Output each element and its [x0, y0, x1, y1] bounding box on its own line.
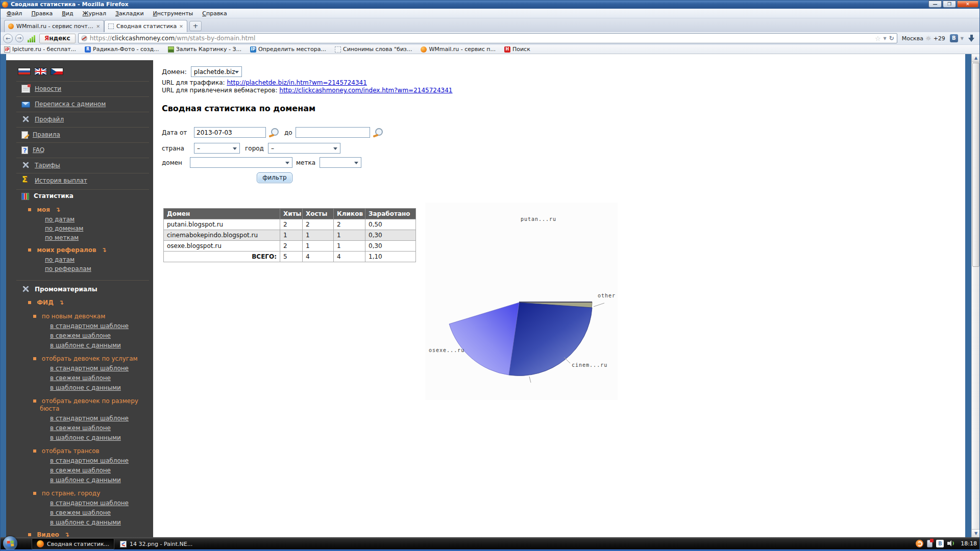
menu-item[interactable]: Справка [198, 9, 231, 18]
sidebar-item[interactable]: в свежем шаблоне [6, 466, 153, 475]
site-identity-icon[interactable] [81, 35, 87, 41]
start-button[interactable] [3, 536, 17, 550]
sidebar-item[interactable]: по датам [6, 256, 153, 265]
bookmark-item[interactable]: WMmail.ru - сервис п... [421, 46, 496, 53]
sidebar-item[interactable]: в шаблоне с данными [6, 475, 153, 485]
tray-vk-icon[interactable]: B [936, 540, 944, 547]
sidebar-item[interactable]: в стандартном шаблоне [6, 364, 153, 373]
sidebar-item[interactable]: по меткам [6, 234, 153, 243]
menu-item[interactable]: Журнал [78, 9, 111, 18]
url-bar[interactable]: https://clickcashmoney.com/wm/stats-by-d… [78, 33, 897, 43]
date-from-input[interactable] [194, 127, 266, 138]
sidebar-item[interactable]: в свежем шаблоне [6, 423, 153, 433]
bookmark-star-icon[interactable]: ☆ [875, 35, 881, 42]
czech-flag-icon[interactable] [51, 68, 63, 75]
bookmark-item[interactable]: R Радикал-Фото - созд... [85, 46, 159, 53]
sidebar-item[interactable]: в шаблоне с данными [6, 518, 153, 528]
yandex-search-button[interactable]: Яндекс [39, 34, 76, 43]
sidebar-item[interactable]: моих рефералов [6, 244, 153, 256]
uk-flag-icon[interactable] [34, 68, 47, 75]
sidebar-item[interactable]: в стандартном шаблоне [6, 456, 153, 466]
sidebar-item[interactable]: по стране, городу [6, 488, 153, 498]
calendar-icon[interactable] [269, 128, 279, 137]
sidebar-item[interactable]: по доменам [6, 224, 153, 234]
tag-select[interactable] [320, 157, 361, 168]
volume-icon[interactable] [947, 540, 955, 547]
sidebar-item[interactable]: отобрать девочек по размеру бюста [6, 396, 153, 414]
sidebar-item[interactable]: по датам [6, 215, 153, 224]
sidebar-item[interactable]: Профайл [6, 112, 153, 127]
reload-icon[interactable]: ↻ [889, 35, 894, 42]
table-header-cell[interactable]: Хосты [303, 209, 334, 219]
sidebar-item[interactable]: отобрать трансов [6, 446, 153, 456]
downloads-addon-icon[interactable] [28, 35, 35, 42]
sidebar-item[interactable]: в свежем шаблоне [6, 331, 153, 341]
forward-button[interactable]: → [15, 34, 23, 42]
scroll-down-icon[interactable]: ▼ [972, 529, 980, 537]
date-to-input[interactable] [296, 127, 370, 138]
download-arrow-icon[interactable] [968, 35, 975, 42]
sidebar-item[interactable]: Статистика [6, 189, 153, 203]
sidebar-item[interactable]: по рефералам [6, 265, 153, 274]
table-header-cell[interactable]: Заработано [365, 209, 416, 219]
menu-item[interactable]: Правка [27, 9, 57, 18]
sidebar-item[interactable]: История выплат [6, 173, 153, 188]
table-header-cell[interactable]: Кликов [334, 209, 365, 219]
bookmark-item[interactable]: IP Определить местора... [250, 46, 326, 53]
url-text[interactable]: https://clickcashmoney.com/wm/stats-by-d… [90, 35, 872, 42]
sidebar-item[interactable]: в шаблоне с данными [6, 383, 153, 393]
sidebar-item[interactable]: Тарифы [6, 158, 153, 173]
sidebar-item[interactable]: в шаблоне с данными [6, 433, 153, 443]
close-button[interactable]: ✕ [957, 1, 978, 8]
table-header-cell[interactable]: Хиты [280, 209, 303, 219]
bookmark-item[interactable]: H Поиск [504, 46, 530, 53]
traffic-url-link[interactable]: http://plachetde.biz/in.htm?wm=214572434… [227, 79, 367, 86]
scroll-up-icon[interactable]: ▲ [972, 54, 980, 62]
sidebar-item[interactable]: в свежем шаблоне [6, 508, 153, 518]
minimize-button[interactable]: — [928, 1, 942, 8]
russia-flag-icon[interactable] [18, 68, 31, 75]
menu-item[interactable]: Файл [2, 9, 27, 18]
bookmark-item[interactable]: Синонимы слова "биз... [335, 46, 412, 53]
sidebar-item[interactable]: по новым девочкам [6, 311, 153, 321]
sidebar-item[interactable]: отобрать девочек по услугам [6, 354, 153, 364]
scrollbar-thumb[interactable] [972, 63, 979, 267]
taskbar-task[interactable]: Сводная статистик... [32, 538, 114, 549]
country-select[interactable]: – [194, 143, 240, 154]
bookmark-item[interactable]: Залить Картинку - З... [168, 46, 241, 53]
bookmark-item[interactable]: iP Ipicture.ru - бесплат... [4, 46, 76, 53]
sidebar-item[interactable]: в стандартном шаблоне [6, 321, 153, 331]
weather-widget[interactable]: Москва ☼ +29 [902, 35, 945, 42]
menu-item[interactable]: Вид [57, 9, 78, 18]
filter-submit-button[interactable]: фильтр [257, 172, 292, 183]
sidebar-item[interactable]: ФИД [6, 297, 153, 308]
sidebar-item[interactable]: Новости [6, 81, 153, 96]
sidebar-item[interactable]: Видео [6, 529, 153, 537]
filter-domain-select[interactable] [190, 157, 292, 168]
vk-dropdown-icon[interactable]: ▼ [961, 36, 964, 41]
tray-phone-icon[interactable] [927, 540, 933, 547]
calendar-icon[interactable] [373, 128, 383, 137]
tray-app-icon[interactable] [916, 540, 923, 547]
sidebar-item[interactable]: моя [6, 204, 153, 215]
sidebar-item[interactable]: в стандартном шаблоне [6, 498, 153, 508]
tab-close-icon[interactable] [96, 24, 100, 29]
table-header-cell[interactable]: Домен [164, 209, 280, 219]
new-tab-button[interactable]: + [189, 21, 202, 31]
urlbar-dropdown-icon[interactable]: ▼ [884, 36, 887, 41]
domain-top-select[interactable]: plachetde.biz [191, 66, 242, 77]
vk-addon-icon[interactable]: B [950, 34, 958, 42]
taskbar-task[interactable]: 14 32.png - Paint.NE... [115, 538, 197, 549]
browser-tab[interactable]: Сводная статистика [104, 20, 187, 32]
browser-tab[interactable]: WMmail.ru - сервис почтовых рассылок... [4, 20, 104, 32]
sidebar-item[interactable]: в шаблоне с данными [6, 341, 153, 350]
sidebar-item[interactable]: Правила [6, 127, 153, 142]
menu-item[interactable]: Инструменты [149, 9, 198, 18]
tab-close-icon[interactable] [179, 24, 183, 29]
city-select[interactable]: – [268, 143, 340, 154]
sidebar-item[interactable]: в свежем шаблоне [6, 373, 153, 383]
sidebar-item[interactable]: в стандартном шаблоне [6, 414, 153, 423]
back-button[interactable]: ← [3, 34, 13, 43]
menu-item[interactable]: Закладки [111, 9, 149, 18]
webmasters-url-link[interactable]: http://clickcashmoney.com/index.htm?wm=2… [279, 87, 452, 94]
